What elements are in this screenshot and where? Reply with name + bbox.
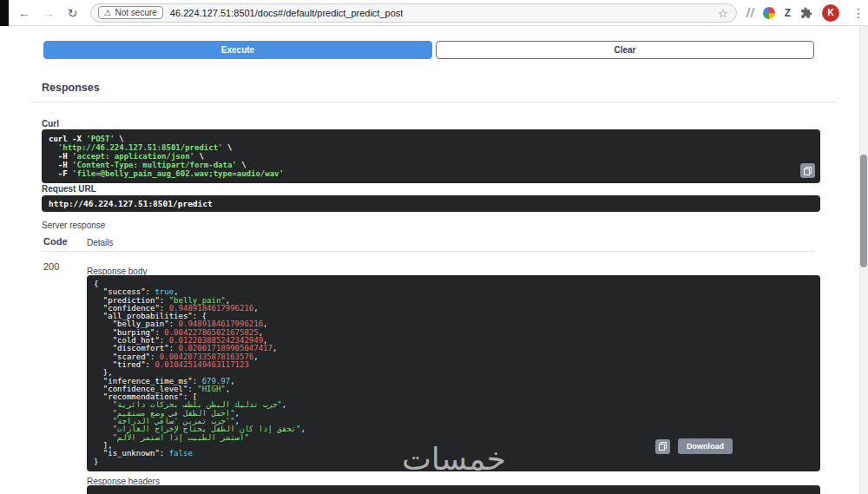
request-url-value: http://46.224.127.51:8501/predict (42, 195, 820, 212)
window-corner (0, 0, 9, 26)
url-text: 46.224.127.51:8501/docs#/default/predict… (170, 8, 403, 18)
extension-icon-1[interactable] (746, 8, 755, 17)
execute-button[interactable]: Execute (43, 41, 432, 59)
profile-avatar[interactable]: K (822, 4, 839, 22)
request-url-label: Request URL (42, 184, 96, 194)
copy-icon (804, 167, 812, 175)
warning-icon: ⚠ (104, 9, 112, 17)
forward-button[interactable]: → (38, 3, 59, 23)
security-chip[interactable]: ⚠ Not secure (98, 6, 163, 19)
screen: ← → ↻ ⚠ Not secure 46.224.127.51:8501/do… (0, 0, 868, 494)
extension-icon-colorwheel[interactable] (763, 7, 775, 19)
refresh-button[interactable]: ↻ (62, 3, 83, 23)
curl-command-block: curl -X 'POST' \ 'http://46.224.127.51:8… (42, 129, 820, 183)
toolbar-icons: Z K ⋮ (747, 4, 868, 22)
scrollbar-thumb[interactable] (860, 155, 867, 267)
swagger-page: Execute Clear Responses Curl curl -X 'PO… (0, 26, 859, 494)
curl-label: Curl (42, 119, 59, 128)
responses-title: Responses (42, 82, 100, 94)
extension-icon-z[interactable]: Z (785, 7, 791, 19)
browser-toolbar: ← → ↻ ⚠ Not secure 46.224.127.51:8501/do… (0, 0, 868, 26)
copy-icon (659, 442, 667, 451)
server-response-label: Server response (42, 221, 105, 230)
code-column-header: Code (43, 236, 68, 247)
download-button[interactable]: Download (678, 438, 733, 454)
back-button[interactable]: ← (14, 3, 35, 23)
response-headers-block (87, 485, 820, 494)
details-column-header: Details (87, 238, 114, 247)
extensions-puzzle-icon[interactable] (800, 7, 812, 19)
copy-curl-button[interactable] (800, 163, 815, 178)
status-code: 200 (43, 261, 59, 272)
address-bar[interactable]: ⚠ Not secure 46.224.127.51:8501/docs#/de… (90, 3, 737, 23)
table-header-divider (42, 251, 814, 252)
bookmark-star-icon[interactable]: ☆ (718, 7, 728, 20)
responses-divider (31, 102, 837, 102)
security-chip-label: Not secure (115, 8, 157, 17)
copy-response-button[interactable] (655, 439, 670, 454)
scrollbar-track[interactable] (859, 26, 868, 494)
browser-menu-icon[interactable]: ⋮ (849, 6, 868, 20)
clear-button[interactable]: Clear (436, 41, 814, 59)
